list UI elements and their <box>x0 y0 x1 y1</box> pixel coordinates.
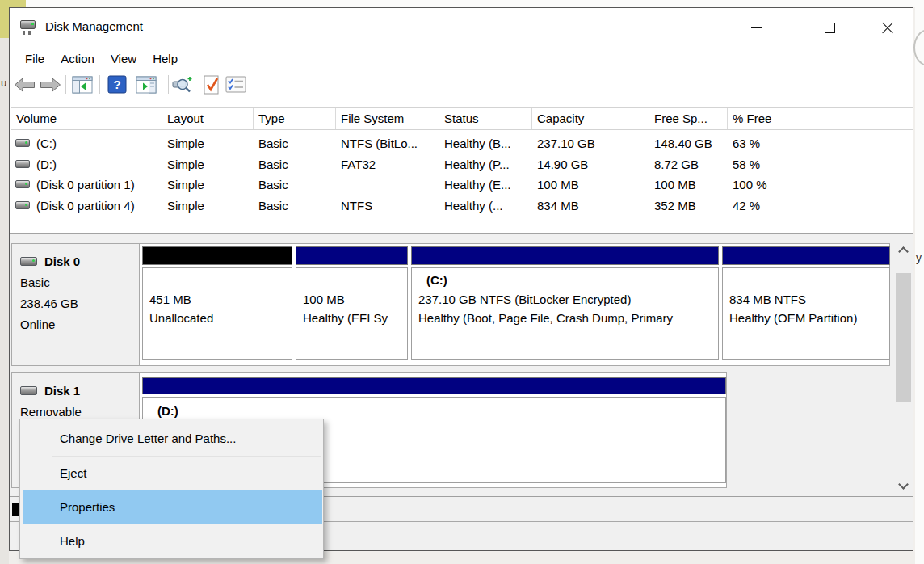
show-action-pane-button[interactable] <box>134 74 158 95</box>
menu-action[interactable]: Action <box>52 49 103 68</box>
partition-band <box>296 246 408 265</box>
cell-type: Basic <box>254 158 336 171</box>
window-title: Disk Management <box>45 8 143 45</box>
show-console-tree-button[interactable] <box>70 74 94 95</box>
disk0-label-panel[interactable]: Disk 0 Basic 238.46 GB Online <box>12 244 140 365</box>
partition-band <box>142 377 726 394</box>
forward-button[interactable] <box>38 74 62 95</box>
cell-pct-free: 42 % <box>728 199 842 213</box>
volume-drive-icon <box>15 160 30 168</box>
cell-capacity: 237.10 GB <box>532 137 649 150</box>
partition-body: 451 MB Unallocated <box>142 267 292 360</box>
disk-type: Basic <box>20 272 139 293</box>
column-header-pct-free[interactable]: % Free <box>728 108 842 129</box>
disk-status: Online <box>20 314 139 335</box>
toolbar-separator <box>65 75 66 94</box>
cell-capacity: 14.90 GB <box>532 158 649 171</box>
disk-icon <box>20 257 37 266</box>
cell-layout: Simple <box>162 178 254 192</box>
menu-item-change-drive-letter[interactable]: Change Drive Letter and Paths... <box>20 422 323 456</box>
menu-bar: File Action View Help <box>10 47 913 70</box>
column-header-file-system[interactable]: File System <box>336 108 439 129</box>
cell-pct-free: 63 % <box>728 137 842 150</box>
cell-status: Healthy (... <box>439 199 532 213</box>
partition-status: Healthy (OEM Partition) <box>729 311 857 325</box>
vertical-scrollbar[interactable] <box>894 240 913 496</box>
scroll-up-icon[interactable] <box>898 246 909 257</box>
cell-free-space: 148.40 GB <box>649 137 728 150</box>
task-list-icon <box>225 75 246 94</box>
title-bar[interactable]: Disk Management <box>10 8 913 47</box>
volume-row-partition1[interactable]: (Disk 0 partition 1) Simple Basic Health… <box>11 174 914 195</box>
maximize-button[interactable] <box>811 15 848 40</box>
cell-type: Basic <box>254 137 336 150</box>
volume-name: (D:) <box>36 158 57 171</box>
scrollbar-thumb[interactable] <box>896 273 911 402</box>
cell-layout: Simple <box>162 137 254 150</box>
close-button[interactable] <box>869 15 906 40</box>
partition-body: 100 MB Healthy (EFI Sy <box>296 267 408 360</box>
help-button[interactable]: ? <box>105 74 129 95</box>
volume-drive-icon <box>15 201 30 209</box>
maximize-icon <box>825 23 835 33</box>
volume-name: (Disk 0 partition 4) <box>36 199 135 213</box>
cell-file-system: NTFS <box>336 199 439 213</box>
partition-band <box>722 246 890 265</box>
partition-size: 100 MB <box>303 293 345 306</box>
rescan-disks-button[interactable] <box>170 74 195 95</box>
column-header-free-space[interactable]: Free Sp... <box>649 108 728 129</box>
background-artifact-text-right: y <box>916 251 922 264</box>
desktop-background-corner <box>0 0 9 38</box>
column-header-volume[interactable]: Volume <box>11 108 162 129</box>
cell-free-space: 8.72 GB <box>649 158 728 171</box>
volume-row-c[interactable]: (C:) Simple Basic NTFS (BitLo... Healthy… <box>11 133 914 154</box>
disk-icon <box>20 386 37 395</box>
partition-efi[interactable]: 100 MB Healthy (EFI Sy <box>296 246 408 363</box>
partition-oem[interactable]: 834 MB NTFS Healthy (OEM Partition) <box>722 246 890 363</box>
volume-name: (Disk 0 partition 1) <box>36 178 135 192</box>
menu-item-eject[interactable]: Eject <box>20 457 323 490</box>
menu-item-help[interactable]: Help <box>20 524 323 558</box>
partition-size: 451 MB <box>149 293 191 306</box>
desktop-background-top <box>9 0 915 7</box>
disk-name: Disk 0 <box>44 255 80 268</box>
volume-row-d[interactable]: (D:) Simple Basic FAT32 Healthy (P... 14… <box>11 154 914 175</box>
minimize-icon <box>751 27 762 28</box>
partition-band <box>411 246 719 265</box>
back-arrow-icon <box>14 78 36 92</box>
menu-view[interactable]: View <box>103 49 145 68</box>
scroll-down-icon[interactable] <box>898 479 909 490</box>
volume-list-header: Volume Layout Type File System Status Ca… <box>11 107 914 130</box>
toolbar-separator <box>168 75 169 94</box>
column-header-capacity[interactable]: Capacity <box>532 108 649 129</box>
context-menu: Change Drive Letter and Paths... Eject P… <box>19 419 324 559</box>
menu-file[interactable]: File <box>17 49 52 68</box>
menu-help[interactable]: Help <box>145 49 186 68</box>
volume-drive-icon <box>15 180 30 188</box>
column-header-type[interactable]: Type <box>254 108 336 129</box>
drive-search-icon <box>172 76 193 94</box>
partition-c[interactable]: (C:) 237.10 GB NTFS (BitLocker Encrypted… <box>411 246 719 363</box>
close-icon <box>881 21 894 34</box>
menu-item-properties[interactable]: Properties <box>23 490 322 524</box>
background-window-edge <box>6 38 6 539</box>
document-check-icon <box>202 75 221 95</box>
check-disk-button[interactable] <box>200 74 224 95</box>
partition-unallocated[interactable]: 451 MB Unallocated <box>142 246 292 363</box>
cell-capacity: 834 MB <box>532 199 649 213</box>
toolbar-separator <box>99 75 100 94</box>
disk-management-app-icon <box>19 19 38 36</box>
column-header-status[interactable]: Status <box>439 108 532 129</box>
disk-size: 238.46 GB <box>20 293 139 314</box>
disk-name: Disk 1 <box>44 384 80 398</box>
volume-row-partition4[interactable]: (Disk 0 partition 4) Simple Basic NTFS H… <box>11 195 914 216</box>
column-header-layout[interactable]: Layout <box>162 108 254 129</box>
column-header-filler <box>842 108 914 129</box>
back-button[interactable] <box>12 74 36 95</box>
task-list-button[interactable] <box>224 74 248 95</box>
cell-file-system: FAT32 <box>336 158 439 171</box>
minimize-button[interactable] <box>737 15 775 40</box>
desktop-background-right <box>915 0 924 564</box>
cell-pct-free: 58 % <box>728 158 842 171</box>
cell-file-system: NTFS (BitLo... <box>336 137 439 150</box>
